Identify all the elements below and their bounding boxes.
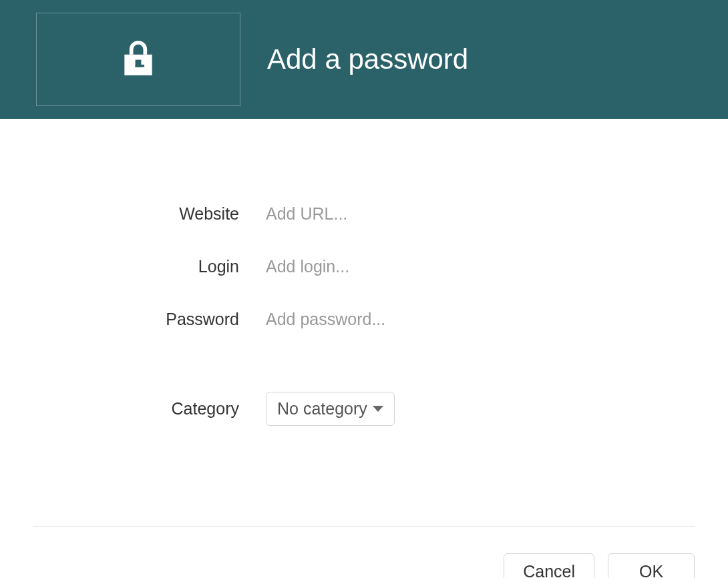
password-input[interactable] [266, 310, 600, 329]
dialog-footer: Cancel OK [0, 527, 728, 578]
login-label: Login [33, 257, 266, 276]
chevron-down-icon [373, 406, 383, 412]
category-selected-value: No category [277, 399, 367, 418]
password-row: Password [33, 310, 695, 329]
dialog-title: Add a password [267, 43, 468, 75]
cancel-button[interactable]: Cancel [504, 553, 594, 578]
website-row: Website [33, 204, 695, 224]
login-row: Login [33, 257, 695, 276]
website-label: Website [33, 204, 266, 224]
login-input[interactable] [266, 257, 600, 276]
ok-button[interactable]: OK [608, 553, 695, 578]
website-input[interactable] [266, 204, 600, 224]
category-select[interactable]: No category [266, 392, 395, 426]
dialog-header: Add a password [0, 0, 728, 119]
category-row: Category No category [33, 392, 695, 426]
header-icon-box [36, 13, 240, 106]
form-area: Website Login Password Category No categ… [0, 119, 728, 459]
lock-icon [118, 37, 159, 81]
category-label: Category [33, 399, 266, 418]
password-label: Password [33, 310, 266, 329]
svg-rect-1 [136, 65, 144, 67]
